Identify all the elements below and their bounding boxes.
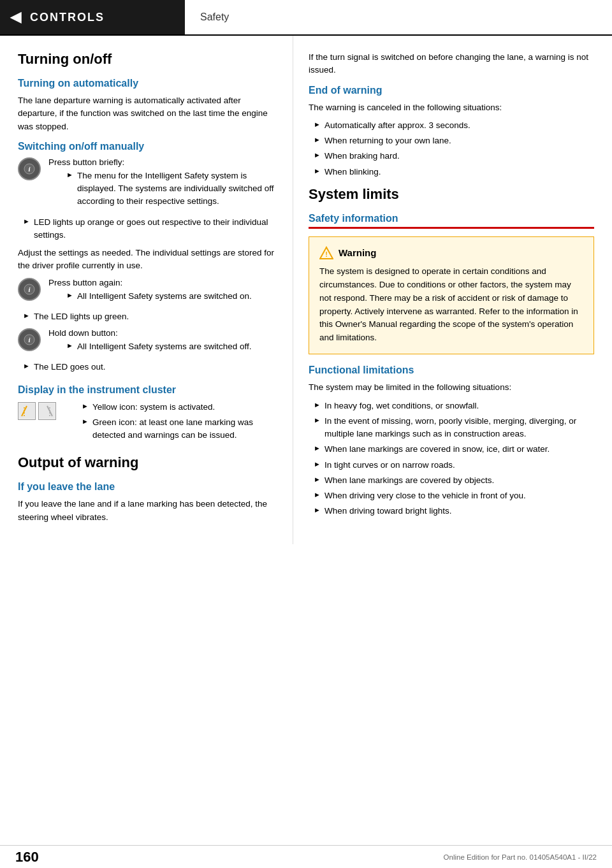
led-green-text: The LED lights up green.: [34, 310, 129, 323]
bullet-arrow-icon: ►: [82, 417, 89, 425]
lane-icon-right: [38, 402, 56, 420]
press-briefly-row: i Press button briefly: ► The menu for t…: [18, 157, 280, 211]
functional-limits-title: Functional limitations: [309, 365, 594, 376]
hold-bullet-1: ► All Intelligent Safety systems are swi…: [48, 340, 280, 353]
press-briefly-bullet-text: The menu for the Intelligent Safety syst…: [77, 170, 280, 208]
bullet-arrow-icon: ►: [314, 120, 321, 128]
end-warning-title: End of warning: [309, 85, 594, 96]
cluster-row: ► Yellow icon: system is activated. ► Gr…: [18, 401, 280, 445]
bullet-arrow-icon: ►: [314, 401, 321, 409]
button-icon-2: i: [18, 278, 41, 301]
system-limits-title: System limits: [309, 186, 594, 203]
warning-header: ! Warning: [319, 246, 583, 260]
led-green-row: ► The LED lights up green.: [18, 310, 280, 323]
end-bullet-4: ► When blinking.: [309, 166, 594, 178]
warning-triangle-icon: !: [319, 246, 333, 260]
cluster-icons: [18, 402, 56, 420]
end-bullet-3: ► When braking hard.: [309, 150, 594, 163]
func-bullet-4-text: In tight curves or on narrow roads.: [324, 459, 455, 472]
led-out-row: ► The LED goes out.: [18, 361, 280, 373]
safety-label: Safety: [185, 0, 612, 34]
button-icon-3: i: [18, 328, 41, 351]
bullet-arrow-icon: ►: [314, 416, 321, 424]
press-again-bullet-text: All Intelligent Safety systems are switc…: [77, 290, 252, 303]
bullet-arrow-icon: ►: [314, 136, 321, 143]
bullet-arrow-icon: ►: [82, 402, 89, 410]
press-again-desc: Press button again: ► All Intelligent Sa…: [48, 278, 280, 305]
end-bullet-1-text: Automatically after approx. 3 seconds.: [324, 119, 470, 132]
hold-desc: Hold down button: ► All Intelligent Safe…: [48, 328, 280, 356]
bullet-arrow-icon: ►: [314, 460, 321, 468]
controls-label: CONTROLS: [30, 11, 105, 24]
turning-on-off-title: Turning on/off: [18, 51, 280, 68]
bullet-arrow-icon: ►: [23, 217, 30, 225]
end-warning-intro: The warning is canceled in the following…: [309, 101, 594, 114]
page-number: 160: [15, 849, 39, 865]
display-bullet-1: ► Yellow icon: system is activated.: [64, 401, 280, 414]
turning-on-auto-text: The lane departure warning is automatica…: [18, 94, 280, 133]
press-again-row: i Press button again: ► All Intelligent …: [18, 278, 280, 305]
bullet-arrow-icon: ►: [23, 312, 30, 319]
func-bullet-2-text: In the event of missing, worn, poorly vi…: [324, 415, 594, 441]
cluster-desc: ► Yellow icon: system is activated. ► Gr…: [64, 401, 280, 445]
page-footer: 160 Online Edition for Part no. 01405A54…: [0, 845, 612, 868]
func-bullet-3-text: When lane markings are covered in snow, …: [324, 443, 550, 456]
functional-intro: The system may be limited in the followi…: [309, 381, 594, 394]
func-bullet-6: ► When driving very close to the vehicle…: [309, 489, 594, 502]
switching-manual-title: Switching on/off manually: [18, 141, 280, 152]
func-bullet-2: ► In the event of missing, worn, poorly …: [309, 415, 594, 441]
button-icon-1: i: [18, 157, 41, 180]
end-bullet-3-text: When braking hard.: [324, 150, 400, 163]
func-bullet-7: ► When driving toward bright lights.: [309, 505, 594, 517]
display-bullet-2-text: Green icon: at least one lane marking wa…: [92, 416, 280, 442]
bullet-arrow-icon: ►: [66, 171, 73, 178]
func-bullet-1-text: In heavy fog, wet conditions, or snowfal…: [324, 400, 479, 412]
svg-rect-6: [19, 403, 34, 419]
bullet-arrow-icon: ►: [314, 444, 321, 452]
lane-warning-icon: [19, 403, 34, 419]
func-bullet-7-text: When driving toward bright lights.: [324, 505, 452, 517]
warning-body-text: The system is designed to operate in cer…: [319, 265, 583, 345]
bullet-arrow-icon: ►: [23, 362, 30, 370]
turn-signal-text: If the turn signal is switched on before…: [309, 51, 594, 77]
end-bullet-4-text: When blinking.: [324, 166, 381, 178]
led-bullet-row: ► LED lights up orange or goes out respe…: [18, 216, 280, 242]
bullet-arrow-icon: ►: [314, 491, 321, 498]
bullet-arrow-icon: ►: [314, 475, 321, 483]
hold-bullet-text: All Intelligent Safety systems are switc…: [77, 340, 252, 353]
end-bullet-2-text: When returning to your own lane.: [324, 134, 451, 147]
hold-label: Hold down button:: [48, 328, 280, 338]
display-bullet-1-text: Yellow icon: system is activated.: [92, 401, 215, 414]
press-briefly-bullet-1: ► The menu for the Intelligent Safety sy…: [48, 170, 280, 208]
svg-text:!: !: [325, 250, 328, 258]
bullet-arrow-icon: ►: [314, 151, 321, 159]
bullet-arrow-icon: ►: [66, 291, 73, 299]
display-bullet-2: ► Green icon: at least one lane marking …: [64, 416, 280, 442]
svg-rect-9: [40, 403, 55, 419]
func-bullet-3: ► When lane markings are covered in snow…: [309, 443, 594, 456]
end-bullet-1: ► Automatically after approx. 3 seconds.: [309, 119, 594, 132]
led-bullet-text: LED lights up orange or goes out respect…: [34, 216, 280, 242]
press-again-label: Press button again:: [48, 278, 280, 287]
i-icon-2: i: [24, 284, 35, 295]
warning-box: ! Warning The system is designed to oper…: [309, 236, 594, 355]
hold-button-row: i Hold down button: ► All Intelligent Sa…: [18, 328, 280, 356]
func-bullet-1: ► In heavy fog, wet conditions, or snowf…: [309, 400, 594, 412]
bullet-arrow-icon: ►: [314, 506, 321, 514]
i-icon: i: [24, 163, 35, 175]
display-title: Display in the instrument cluster: [18, 384, 280, 396]
press-again-bullet-1: ► All Intelligent Safety systems are swi…: [48, 290, 280, 303]
end-bullet-2: ► When returning to your own lane.: [309, 134, 594, 147]
turning-on-auto-title: Turning on automatically: [18, 78, 280, 89]
main-content: Turning on/off Turning on automatically …: [0, 36, 612, 544]
func-bullet-5: ► When lane markings are covered by obje…: [309, 474, 594, 487]
safety-info-title: Safety information: [309, 213, 594, 224]
red-divider: [309, 227, 594, 229]
bullet-arrow-icon: ►: [314, 167, 321, 175]
press-briefly-label: Press button briefly:: [48, 157, 280, 167]
if-leave-text: If you leave the lane and if a lane mark…: [18, 498, 280, 524]
led-out-text: The LED goes out.: [34, 361, 106, 373]
if-leave-title: If you leave the lane: [18, 481, 280, 493]
press-briefly-desc: Press button briefly: ► The menu for the…: [48, 157, 280, 211]
footnote: Online Edition for Part no. 01405A540A1 …: [444, 853, 597, 861]
